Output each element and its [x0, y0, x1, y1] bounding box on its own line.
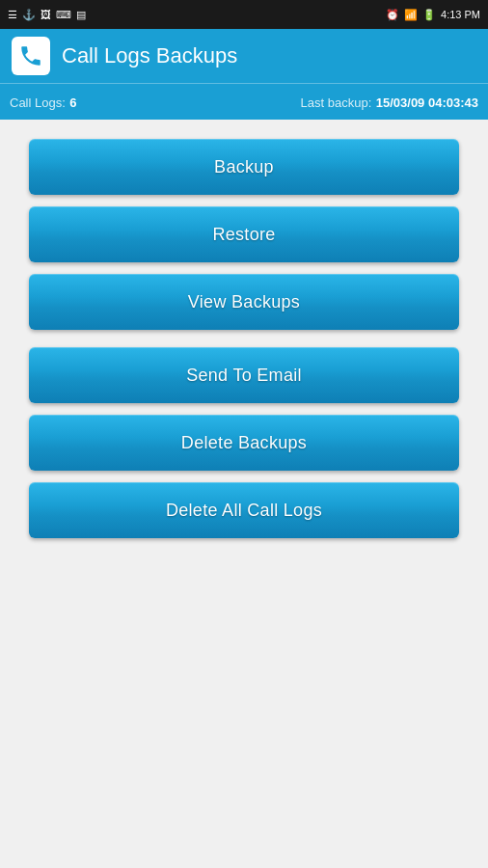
- call-logs-value: 6: [69, 95, 76, 110]
- view-backups-button[interactable]: View Backups: [29, 274, 459, 330]
- usb-icon: ⚓: [22, 9, 36, 21]
- keyboard-icon: ⌨: [56, 9, 71, 21]
- delete-all-call-logs-button[interactable]: Delete All Call Logs: [29, 482, 459, 538]
- status-bar-right-icons: ⏰ 📶 🔋 4:13 PM: [386, 9, 480, 21]
- menu-icon: ☰: [8, 9, 17, 21]
- image-icon: 🖼: [41, 9, 51, 20]
- call-logs-label: Call Logs:: [10, 95, 66, 110]
- status-bar-left-icons: ☰ ⚓ 🖼 ⌨ ▤: [8, 9, 86, 21]
- title-bar: Call Logs Backups: [0, 29, 488, 83]
- backup-button[interactable]: Backup: [29, 139, 459, 195]
- battery-icon: 🔋: [422, 9, 436, 21]
- time-display: 4:13 PM: [441, 9, 480, 20]
- main-content: Backup Restore View Backups Send To Emai…: [0, 120, 488, 868]
- last-backup-value: 15/03/09 04:03:43: [376, 95, 478, 110]
- info-bar: Call Logs: 6 Last backup: 15/03/09 04:03…: [0, 83, 488, 120]
- call-logs-info: Call Logs: 6: [10, 94, 77, 111]
- send-to-email-button[interactable]: Send To Email: [29, 347, 459, 403]
- delete-backups-button[interactable]: Delete Backups: [29, 415, 459, 471]
- phone-icon: [18, 43, 43, 68]
- status-bar: ☰ ⚓ 🖼 ⌨ ▤ ⏰ 📶 🔋 4:13 PM: [0, 0, 488, 29]
- signal-icon: 📶: [404, 9, 418, 21]
- app-icon: [12, 37, 50, 75]
- last-backup-info: Last backup: 15/03/09 04:03:43: [301, 94, 478, 111]
- alarm-icon: ⏰: [386, 9, 399, 21]
- app-title: Call Logs Backups: [62, 43, 237, 68]
- restore-button[interactable]: Restore: [29, 206, 459, 262]
- last-backup-label: Last backup:: [301, 95, 372, 110]
- bars-icon: ▤: [76, 9, 86, 21]
